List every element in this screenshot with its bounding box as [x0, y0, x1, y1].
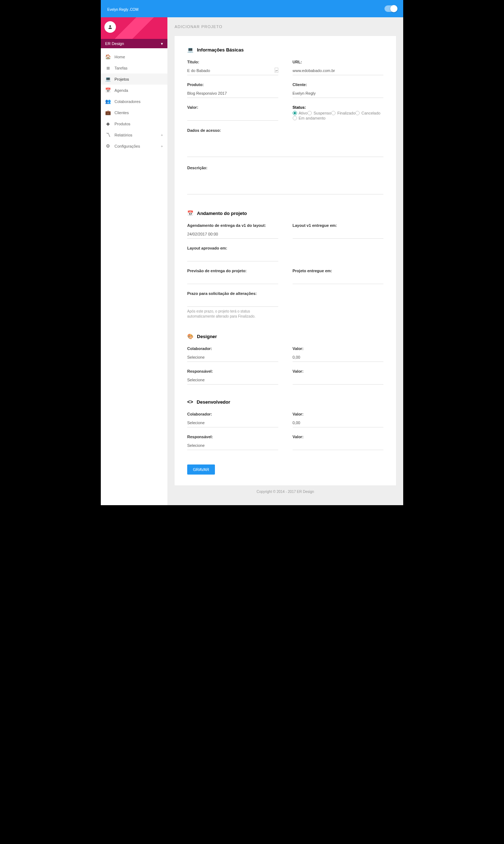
avatar[interactable] [104, 21, 116, 33]
prazo-input[interactable] [187, 298, 278, 307]
tarefas-icon: ≣ [105, 65, 111, 71]
plus-icon: + [161, 133, 163, 137]
dev-valor-input[interactable] [293, 419, 384, 427]
status-group: Status: AtivoSuspensoFinalizadoCancelado… [293, 105, 384, 121]
projeto-entregue-input[interactable] [293, 276, 384, 284]
theme-toggle[interactable] [384, 5, 397, 12]
status-option[interactable]: Ativo [293, 111, 307, 115]
agendamento-input[interactable] [187, 230, 278, 239]
sidebar-item-label: Tarefas [114, 66, 127, 70]
dev-colab-input[interactable] [187, 419, 278, 427]
user-icon [108, 24, 113, 30]
produto-label: Produto: [187, 82, 278, 87]
calendar-icon: 📅 [187, 210, 193, 216]
status-option-label: Em andamento [299, 116, 326, 120]
descricao-input[interactable] [187, 173, 383, 194]
valor-input[interactable] [187, 112, 278, 121]
url-label: URL: [293, 60, 384, 64]
sidebar-item-label: Colaboradores [114, 99, 140, 104]
configuracoes-icon: ⚙ [105, 143, 111, 149]
projetos-icon: 💻 [105, 76, 111, 82]
designer-valor-input[interactable] [293, 354, 384, 362]
sidebar-item-agenda[interactable]: 📅Agenda [101, 85, 167, 96]
section-basic-title: 💻 Informações Básicas [187, 47, 383, 53]
sidebar-item-label: Configurações [114, 144, 140, 148]
layout-aprovado-label: Layout aprovado em: [187, 246, 278, 250]
radio-icon [331, 111, 336, 115]
sidebar-item-label: Home [114, 55, 125, 59]
previsao-input[interactable] [187, 276, 278, 284]
url-input[interactable] [293, 67, 384, 75]
status-option-label: Finalizado [337, 111, 355, 115]
sidebar: ER Design ▾ 🏠Home≣Tarefas💻Projetos📅Agend… [101, 17, 167, 505]
main: ADICIONAR PROJETO 💻 Informações Básicas … [167, 17, 403, 505]
radio-icon [307, 111, 312, 115]
dev-valor-label: Valor: [293, 412, 384, 416]
sidebar-item-colaboradores[interactable]: 👥Colaboradores [101, 96, 167, 107]
dados-input[interactable] [187, 135, 383, 157]
sidebar-item-label: Relatórios [114, 133, 132, 137]
status-option[interactable]: Em andamento [293, 116, 326, 120]
agendamento-label: Agendamento de entrega da v1 do layout: [187, 223, 278, 228]
section-progress-title: 📅 Andamento do projeto [187, 210, 383, 216]
sidebar-item-configuracoes[interactable]: ⚙Configurações+ [101, 140, 167, 152]
sidebar-item-produtos[interactable]: ◆Produtos [101, 118, 167, 129]
cliente-input[interactable] [293, 90, 384, 98]
titulo-input[interactable] [187, 67, 278, 75]
sidebar-item-clientes[interactable]: 💼Clientes [101, 107, 167, 118]
status-option-label: Cancelado [361, 111, 381, 115]
sidebar-item-label: Projetos [114, 77, 129, 81]
prazo-helper: Após este prazo, o projeto terá o status… [187, 309, 278, 319]
titulo-label: Titulo: [187, 60, 278, 64]
logo: Evelyn Regly.COM [107, 5, 138, 13]
code-icon: <> [187, 399, 193, 405]
sidebar-item-label: Produtos [114, 122, 130, 126]
prazo-label: Prazo para solicitação de alterações: [187, 291, 278, 296]
layout-entregue-input[interactable] [293, 230, 384, 239]
descricao-label: Descrição: [187, 166, 383, 170]
status-option[interactable]: Finalizado [331, 111, 355, 115]
clientes-icon: 💼 [105, 110, 111, 115]
designer-resp-input[interactable] [187, 376, 278, 385]
dev-resp-input[interactable] [187, 442, 278, 450]
dev-valor2-input[interactable] [293, 442, 384, 450]
sidebar-item-projetos[interactable]: 💻Projetos [101, 73, 167, 85]
save-button[interactable]: GRAVAR [187, 464, 215, 475]
spinner-icon[interactable]: ▴▾ [275, 68, 278, 73]
sidebar-header [101, 17, 167, 39]
sidebar-brand[interactable]: ER Design ▾ [101, 39, 167, 48]
designer-resp-label: Responsável: [187, 369, 278, 373]
designer-valor-label: Valor: [293, 346, 384, 351]
produto-input[interactable] [187, 90, 278, 98]
radio-icon [355, 111, 360, 115]
previsao-label: Previsão de entrega do projeto: [187, 269, 278, 273]
status-label: Status: [293, 105, 306, 109]
laptop-icon: 💻 [187, 47, 193, 53]
chevron-down-icon: ▾ [161, 41, 163, 46]
dev-colab-label: Colaborador: [187, 412, 278, 416]
sidebar-item-home[interactable]: 🏠Home [101, 51, 167, 62]
footer: Copyright © 2014 - 2017 ER Design [175, 485, 396, 498]
radio-icon [293, 116, 297, 120]
status-option[interactable]: Suspenso [307, 111, 331, 115]
colaboradores-icon: 👥 [105, 99, 111, 104]
sidebar-item-tarefas[interactable]: ≣Tarefas [101, 62, 167, 73]
form-card: 💻 Informações Básicas Titulo: ▴▾ URL: [175, 36, 396, 485]
cliente-label: Cliente: [293, 82, 384, 87]
layout-entregue-label: Layout v1 entregue em: [293, 223, 384, 228]
plus-icon: + [161, 144, 163, 148]
designer-valor2-input[interactable] [293, 376, 384, 385]
dev-resp-label: Responsável: [187, 435, 278, 439]
sidebar-nav: 🏠Home≣Tarefas💻Projetos📅Agenda👥Colaborado… [101, 48, 167, 154]
agenda-icon: 📅 [105, 87, 111, 93]
sidebar-item-relatorios[interactable]: 〽Relatórios+ [101, 129, 167, 140]
designer-colab-label: Colaborador: [187, 346, 278, 351]
valor-label: Valor: [187, 105, 278, 109]
sidebar-item-label: Agenda [114, 88, 128, 93]
designer-colab-input[interactable] [187, 354, 278, 362]
status-option[interactable]: Cancelado [355, 111, 381, 115]
layout-aprovado-input[interactable] [187, 253, 278, 261]
section-designer-title: 🎨 Designer [187, 333, 383, 339]
svg-point-0 [109, 25, 111, 27]
palette-icon: 🎨 [187, 333, 193, 339]
